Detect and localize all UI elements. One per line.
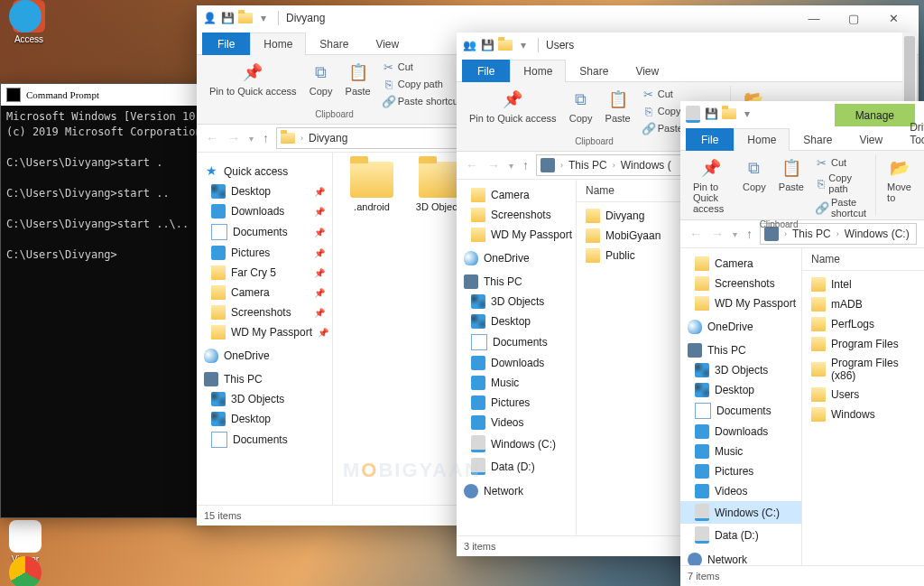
tab-file[interactable]: File xyxy=(462,60,510,82)
folder-qat-icon[interactable] xyxy=(722,108,736,119)
nav-item[interactable]: Camera📌 xyxy=(197,283,332,302)
nav-item[interactable]: Data (D:) xyxy=(457,455,576,478)
nav-forward[interactable]: → xyxy=(709,227,725,241)
nav-recent[interactable]: ▾ xyxy=(731,229,739,239)
cmd-titlebar[interactable]: Command Prompt xyxy=(1,84,217,106)
tab-view[interactable]: View xyxy=(622,60,672,82)
nav-forward[interactable]: → xyxy=(226,131,242,145)
pin-quick-access-button[interactable]: 📌Pin to Quick access xyxy=(689,154,734,219)
tab-share[interactable]: Share xyxy=(566,60,622,82)
this-pc-header[interactable]: This PC xyxy=(197,369,332,389)
nav-item[interactable]: Screenshots xyxy=(680,274,801,293)
paste-button[interactable]: 📋Paste xyxy=(342,59,374,109)
list-item[interactable]: PerfLogs xyxy=(802,314,924,334)
folder-item[interactable]: .android xyxy=(338,162,405,212)
cmd-body[interactable]: Microsoft Windows [Version 10. (c) 2019 … xyxy=(1,106,217,266)
nav-item[interactable]: Windows (C:) xyxy=(457,433,576,455)
tab-home[interactable]: Home xyxy=(510,60,566,82)
breadcrumb[interactable]: This PC xyxy=(568,159,607,172)
copy-button[interactable]: ⧉Copy xyxy=(306,59,337,109)
onedrive-header[interactable]: OneDrive xyxy=(457,248,576,268)
nav-item[interactable]: Documents xyxy=(457,331,576,353)
breadcrumb[interactable]: Divyang xyxy=(309,132,347,144)
nav-item[interactable]: Camera xyxy=(680,254,801,274)
nav-item[interactable]: Desktop📌 xyxy=(197,181,332,201)
list-item[interactable]: Intel xyxy=(802,274,924,294)
pin-quick-access-button[interactable]: 📌Pin to Quick access xyxy=(206,59,300,109)
nav-item[interactable]: Downloads xyxy=(457,353,576,373)
quick-access-header[interactable]: ★Quick access xyxy=(197,162,332,181)
tab-file[interactable]: File xyxy=(686,128,734,151)
nav-item[interactable]: Music xyxy=(680,442,801,461)
nav-item[interactable]: Windows (C:) xyxy=(680,501,801,524)
nav-item[interactable]: Screenshots📌 xyxy=(197,302,332,322)
save-qat-icon[interactable]: 💾 xyxy=(220,11,235,25)
copy-button[interactable]: ⧉Copy xyxy=(566,86,596,136)
copy-button[interactable]: ⧉Copy xyxy=(739,154,770,219)
nav-item[interactable]: Desktop xyxy=(680,380,801,400)
command-prompt-window[interactable]: Command Prompt Microsoft Windows [Versio… xyxy=(0,83,218,518)
onedrive-header[interactable]: OneDrive xyxy=(680,317,801,337)
nav-forward[interactable]: → xyxy=(485,158,502,172)
nav-item[interactable]: Downloads xyxy=(680,422,801,442)
list-item[interactable]: Windows xyxy=(802,405,924,424)
tab-share[interactable]: Share xyxy=(790,128,845,151)
copy-path-button[interactable]: ⎘Copy path xyxy=(380,76,463,92)
nav-item[interactable]: Downloads📌 xyxy=(197,201,332,221)
nav-item[interactable]: Pictures📌 xyxy=(197,243,332,263)
nav-recent[interactable]: ▾ xyxy=(247,134,255,144)
nav-item[interactable]: Desktop xyxy=(457,312,576,331)
pin-quick-access-button[interactable]: 📌Pin to Quick access xyxy=(466,86,560,136)
nav-item[interactable]: Camera xyxy=(457,185,576,205)
cut-button[interactable]: ✂Cut xyxy=(813,154,868,171)
nav-item[interactable]: Documents📌 xyxy=(197,221,332,243)
content-pane[interactable]: Name IntelmADBPerfLogsProgram FilesProgr… xyxy=(802,248,924,565)
nav-item[interactable]: WD My Passport📌 xyxy=(197,322,332,342)
this-pc-header[interactable]: This PC xyxy=(457,272,576,292)
qat-menu-icon[interactable]: ▾ xyxy=(256,11,271,25)
move-to-button[interactable]: 📂Move to xyxy=(883,154,915,205)
breadcrumb[interactable]: Windows ( xyxy=(621,159,671,172)
folder-qat-icon[interactable] xyxy=(498,40,513,51)
cut-button[interactable]: ✂Cut xyxy=(640,86,723,102)
nav-recent[interactable]: ▾ xyxy=(507,161,515,171)
nav-pane[interactable]: CameraScreenshotsWD My Passport OneDrive… xyxy=(457,180,577,535)
tab-file[interactable]: File xyxy=(202,33,250,55)
tab-home[interactable]: Home xyxy=(250,33,306,55)
onedrive-header[interactable]: OneDrive xyxy=(197,346,332,366)
nav-up[interactable]: ↑ xyxy=(744,227,754,241)
paste-shortcut-button[interactable]: 🔗Paste shortcut xyxy=(380,93,463,109)
column-header-name[interactable]: Name xyxy=(802,248,924,271)
nav-item[interactable]: 3D Objects xyxy=(197,389,332,409)
nav-item[interactable]: Far Cry 5📌 xyxy=(197,263,332,283)
close-button[interactable]: ✕ xyxy=(873,5,913,31)
paste-button[interactable]: 📋Paste xyxy=(602,86,634,136)
titlebar[interactable]: 💾 ▾ Manage xyxy=(680,101,924,126)
paste-shortcut-button[interactable]: 🔗Paste shortcut xyxy=(813,196,868,219)
nav-item[interactable]: Videos xyxy=(680,481,801,501)
explorer-window-c-drive[interactable]: 💾 ▾ Manage File Home Share View Drive To… xyxy=(680,101,924,586)
network-header[interactable]: Network xyxy=(457,481,576,501)
this-pc-header[interactable]: This PC xyxy=(680,340,801,360)
nav-item[interactable]: 3D Objects xyxy=(680,360,801,380)
nav-item[interactable]: Documents xyxy=(680,400,801,422)
minimize-button[interactable]: — xyxy=(794,5,834,31)
paste-button[interactable]: 📋Paste xyxy=(775,154,808,219)
save-qat-icon[interactable]: 💾 xyxy=(704,107,718,121)
save-qat-icon[interactable]: 💾 xyxy=(480,38,494,52)
nav-item[interactable]: Screenshots xyxy=(457,205,576,225)
nav-up[interactable]: ↑ xyxy=(521,158,531,172)
list-item[interactable]: mADB xyxy=(802,294,924,314)
chrome-icon[interactable] xyxy=(2,556,49,586)
nav-item[interactable]: Pictures xyxy=(457,393,576,413)
nav-item[interactable]: 3D Objects xyxy=(457,292,576,312)
nav-item[interactable]: Data (D:) xyxy=(680,524,801,546)
nav-back[interactable]: ← xyxy=(204,131,220,145)
breadcrumb[interactable]: Windows (C:) xyxy=(845,228,910,240)
nav-item[interactable]: Pictures xyxy=(680,461,801,481)
nav-item[interactable]: Music xyxy=(457,373,576,393)
titlebar[interactable]: 👥 💾 ▾ Users xyxy=(457,33,917,58)
tab-home[interactable]: Home xyxy=(734,128,790,151)
nav-back[interactable]: ← xyxy=(464,158,480,172)
nav-item[interactable]: WD My Passport xyxy=(457,225,576,245)
